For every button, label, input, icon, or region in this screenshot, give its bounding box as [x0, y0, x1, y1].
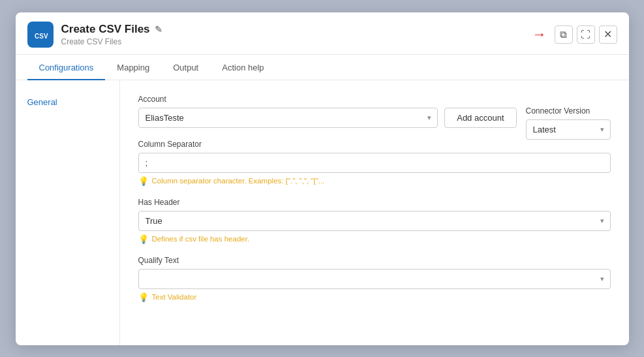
column-separator-input[interactable] [138, 153, 611, 173]
tab-configurations[interactable]: Configurations [27, 55, 106, 80]
title-text: Create CSV Files [61, 23, 150, 36]
connector-version-select[interactable]: Latest [526, 119, 611, 140]
connector-version-label: Connector Version [526, 106, 611, 116]
modal-header: CSV Create CSV Files ✎ Create CSV Files … [16, 12, 629, 55]
column-separator-hint: 💡 Column separator character. Examples: … [138, 176, 611, 186]
account-row: EliasTeste ▾ Add account [138, 108, 517, 128]
has-header-label: Has Header [138, 198, 611, 207]
edit-icon[interactable]: ✎ [155, 24, 162, 35]
main-content: Account EliasTeste ▾ Add account [120, 80, 629, 345]
hint-icon: 💡 [138, 176, 149, 186]
sidebar-item-general[interactable]: General [16, 92, 119, 112]
sidebar: General [16, 80, 120, 345]
account-block: Account EliasTeste ▾ Add account [138, 95, 517, 140]
close-button[interactable]: ✕ [599, 25, 617, 44]
content-area: General Account EliasTeste ▾ [16, 80, 629, 345]
tab-mapping[interactable]: Mapping [105, 55, 161, 80]
qualify-text-hint-icon: 💡 [138, 292, 149, 302]
has-header-select[interactable]: True False [138, 211, 611, 231]
has-header-hint: 💡 Defines if csv file has header. [138, 234, 611, 244]
expand-icon: ⛶ [581, 29, 590, 40]
expand-button[interactable]: ⛶ [577, 25, 595, 44]
header-actions: → ⧉ ⛶ ✕ [532, 25, 617, 44]
modal-title: Create CSV Files ✎ [61, 23, 525, 36]
has-header-group: Has Header True False ▾ 💡 Defines if csv… [138, 198, 611, 244]
app-icon: CSV [27, 22, 54, 48]
account-connector-row: Account EliasTeste ▾ Add account [138, 95, 611, 140]
qualify-text-group: Qualify Text ▾ 💡 Text Validator [138, 256, 611, 302]
svg-text:CSV: CSV [35, 33, 48, 40]
qualify-text-label: Qualify Text [138, 256, 611, 265]
qualify-text-select[interactable] [138, 269, 611, 289]
has-header-hint-icon: 💡 [138, 234, 149, 244]
account-select-wrap: EliasTeste ▾ [138, 108, 438, 128]
copy-icon: ⧉ [560, 29, 567, 40]
column-separator-label: Column Separator [138, 140, 611, 149]
tab-action-help[interactable]: Action help [210, 55, 275, 80]
modal-subtitle: Create CSV Files [61, 37, 525, 46]
tab-output[interactable]: Output [161, 55, 210, 80]
add-account-button[interactable]: Add account [444, 108, 516, 128]
title-area: Create CSV Files ✎ Create CSV Files [61, 23, 525, 46]
connector-version-block: Connector Version Latest ▾ [526, 106, 611, 140]
account-label: Account [138, 95, 517, 104]
account-group: Account EliasTeste ▾ Add account [138, 95, 517, 128]
tabs-bar: Configurations Mapping Output Action hel… [16, 55, 629, 80]
close-icon: ✕ [604, 28, 612, 40]
account-select[interactable]: EliasTeste [138, 108, 438, 128]
column-separator-group: Column Separator 💡 Column separator char… [138, 140, 611, 186]
modal: CSV Create CSV Files ✎ Create CSV Files … [16, 12, 629, 345]
copy-button[interactable]: ⧉ [555, 25, 573, 44]
arrow-indicator: → [532, 26, 547, 43]
qualify-text-hint: 💡 Text Validator [138, 292, 611, 302]
